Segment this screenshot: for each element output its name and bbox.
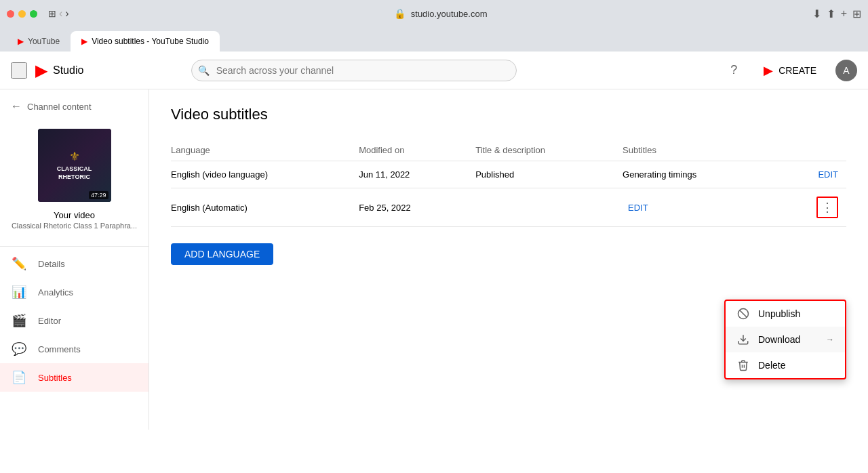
- search-bar-container: 🔍: [191, 60, 517, 81]
- row1-language: English (video language): [171, 161, 351, 188]
- create-icon: ▶: [764, 63, 773, 78]
- unpublish-label: Unpublish: [758, 308, 800, 319]
- sidebar-divider-1: [0, 246, 149, 247]
- yt-header: ▶ Studio 🔍 ? ▶ CREATE A: [0, 52, 868, 89]
- main-content: ← Channel content ⚜ CLASSICALRHETORIC 47…: [0, 89, 868, 430]
- download-icon: [736, 333, 750, 346]
- subtitle-table: Language Modified on Title & description…: [171, 140, 846, 227]
- row2-edit-link[interactable]: EDIT: [628, 203, 648, 213]
- tab-youtube[interactable]: ▶ YouTube: [7, 31, 71, 52]
- unpublish-icon: [736, 308, 750, 320]
- address-bar-text: studio.youtube.com: [411, 9, 488, 19]
- menu-button[interactable]: [11, 62, 27, 79]
- dropdown-menu: Unpublish Download →: [724, 300, 846, 379]
- row1-title-desc: Published: [467, 161, 614, 188]
- delete-label: Delete: [758, 360, 785, 371]
- sidebar-item-comments[interactable]: 💬 Comments: [0, 335, 149, 363]
- table-row: English (Automatic) Feb 25, 2022 EDIT ⋮: [171, 188, 846, 227]
- create-label: CREATE: [778, 65, 816, 76]
- security-icon: 🔒: [394, 8, 406, 19]
- details-label: Details: [38, 259, 65, 269]
- youtube-tab-label: YouTube: [28, 37, 60, 46]
- add-language-button[interactable]: ADD LANGUAGE: [171, 243, 273, 265]
- editor-icon: 🎬: [11, 313, 27, 328]
- dropdown-item-download[interactable]: Download →: [726, 327, 845, 352]
- more-options-icon: ⋮: [821, 200, 833, 215]
- more-options-button[interactable]: ⋮: [816, 197, 838, 218]
- avatar[interactable]: A: [835, 60, 857, 81]
- sidebar-item-details[interactable]: ✏️ Details: [0, 249, 149, 278]
- yt-logo-text: Studio: [53, 64, 83, 77]
- row2-language: English (Automatic): [171, 188, 351, 227]
- share-icon: ⬆: [827, 7, 835, 20]
- nav-back-btn[interactable]: ‹: [59, 7, 62, 20]
- dropdown-item-delete[interactable]: Delete: [726, 352, 845, 378]
- analytics-icon: 📊: [11, 285, 27, 300]
- sidebar-item-editor[interactable]: 🎬 Editor: [0, 306, 149, 335]
- subtitles-icon: 📄: [11, 370, 27, 385]
- comments-label: Comments: [38, 344, 81, 354]
- comments-icon: 💬: [11, 342, 27, 356]
- help-button[interactable]: ?: [723, 60, 745, 81]
- col-language: Language: [171, 140, 351, 161]
- details-icon: ✏️: [11, 256, 27, 271]
- col-title-desc: Title & description: [467, 140, 614, 161]
- row2-title-desc: [467, 188, 614, 227]
- youtube-tab-favicon: ▶: [18, 37, 24, 46]
- grid-icon: ⊞: [852, 7, 861, 20]
- channel-thumbnail: ⚜ CLASSICALRHETORIC 47:29: [38, 129, 111, 202]
- yt-studio-app: ▶ Studio 🔍 ? ▶ CREATE A ← Channel conten…: [0, 52, 868, 430]
- video-duration-badge: 47:29: [89, 191, 108, 199]
- subtitles-label: Subtitles: [38, 373, 72, 383]
- tab-yt-studio[interactable]: ▶ Video subtitles - YouTube Studio: [71, 31, 220, 52]
- nav-forward-btn[interactable]: ›: [65, 7, 68, 20]
- channel-name: Classical Rhetoric Class 1 Paraphra...: [12, 222, 137, 230]
- download-label: Download: [758, 334, 800, 345]
- page-content: Video subtitles Language Modified on Tit…: [149, 89, 868, 430]
- new-tab-icon: +: [841, 7, 847, 20]
- row1-subtitles-status: Generating timings: [623, 169, 696, 180]
- sidebar-item-subtitles[interactable]: 📄 Subtitles: [0, 363, 149, 392]
- sidebar-item-analytics[interactable]: 📊 Analytics: [0, 278, 149, 306]
- channel-back-btn[interactable]: ← Channel content: [0, 95, 149, 118]
- row1-modified: Jun 11, 2022: [351, 161, 467, 188]
- row1-subtitles: Generating timings EDIT: [614, 161, 846, 188]
- channel-card: ⚜ CLASSICALRHETORIC 47:29 Your video Cla…: [0, 118, 149, 243]
- yt-studio-tab-favicon: ▶: [81, 37, 87, 46]
- yt-logo-icon: ▶: [35, 61, 47, 80]
- channel-back-label: Channel content: [27, 102, 92, 112]
- row1-edit-link[interactable]: EDIT: [818, 169, 838, 180]
- browser-tabs: ▶ YouTube ▶ Video subtitles - YouTube St…: [0, 27, 868, 52]
- sidebar: ← Channel content ⚜ CLASSICALRHETORIC 47…: [0, 89, 149, 430]
- delete-icon: [736, 359, 750, 371]
- svg-line-1: [740, 310, 747, 318]
- header-right: ? ▶ CREATE A: [723, 59, 857, 82]
- search-input[interactable]: [191, 60, 517, 81]
- create-button[interactable]: ▶ CREATE: [755, 59, 825, 82]
- col-subtitles: Subtitles: [614, 140, 846, 161]
- page-title: Video subtitles: [171, 106, 846, 123]
- row2-modified: Feb 25, 2022: [351, 188, 467, 227]
- download-arrow-icon: →: [826, 335, 834, 344]
- back-arrow-icon: ←: [11, 100, 22, 112]
- row2-subtitles: EDIT ⋮: [614, 188, 846, 227]
- browser-chrome: ⊞ ‹ › 🔒 studio.youtube.com ⬇ ⬆ + ⊞: [0, 0, 868, 27]
- tab-group-btn[interactable]: ⊞: [48, 8, 56, 19]
- col-modified: Modified on: [351, 140, 467, 161]
- channel-info: Your video Classical Rhetoric Class 1 Pa…: [1, 207, 148, 238]
- editor-label: Editor: [38, 316, 61, 326]
- download-icon: ⬇: [812, 7, 821, 20]
- table-row: English (video language) Jun 11, 2022 Pu…: [171, 161, 846, 188]
- yt-studio-logo: ▶ Studio: [35, 61, 83, 80]
- analytics-label: Analytics: [38, 287, 73, 297]
- your-video-label: Your video: [12, 210, 137, 220]
- dropdown-item-unpublish[interactable]: Unpublish: [726, 301, 845, 327]
- search-icon: 🔍: [198, 65, 210, 76]
- yt-studio-tab-label: Video subtitles - YouTube Studio: [92, 37, 209, 46]
